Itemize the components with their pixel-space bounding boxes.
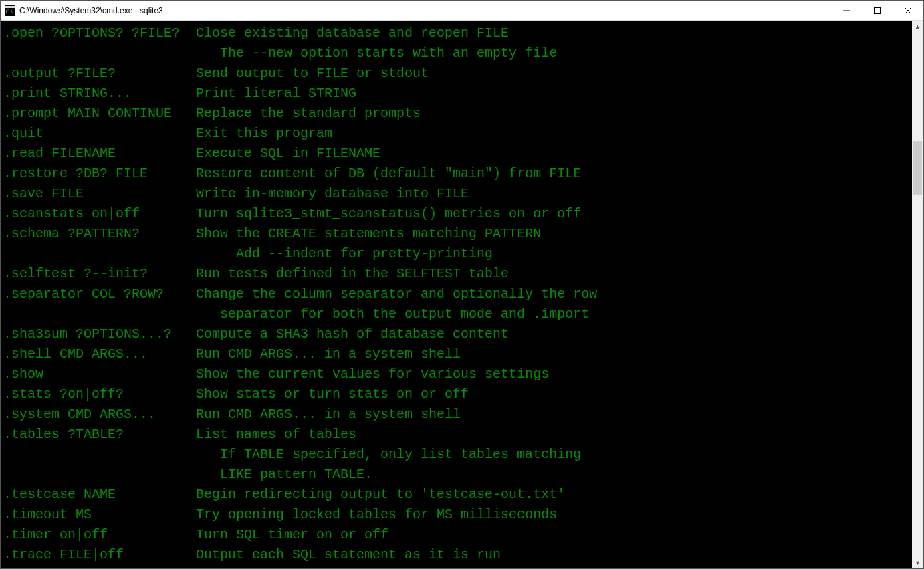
help-description: Begin redirecting output to 'testcase-ou… bbox=[196, 485, 565, 505]
help-command: .trace FILE|off bbox=[3, 545, 196, 565]
help-line: .tables ?TABLE?List names of tables bbox=[3, 425, 912, 445]
help-description: Turn SQL timer on or off bbox=[196, 525, 388, 545]
help-command: .testcase NAME bbox=[3, 485, 196, 505]
help-description: List names of tables bbox=[196, 425, 356, 445]
window-title: C:\Windows\System32\cmd.exe - sqlite3 bbox=[19, 6, 831, 15]
help-line: .separator COL ?ROW?Change the column se… bbox=[3, 284, 912, 304]
help-line: .output ?FILE?Send output to FILE or std… bbox=[3, 64, 912, 84]
help-description: Show stats or turn stats on or off bbox=[196, 384, 469, 405]
help-description: Write in-memory database into FILE bbox=[196, 184, 469, 204]
help-line: .save FILEWrite in-memory database into … bbox=[3, 184, 912, 204]
close-button[interactable] bbox=[893, 1, 923, 20]
help-command: .save FILE bbox=[3, 184, 196, 204]
help-command: .system CMD ARGS... bbox=[3, 405, 196, 425]
help-line: .prompt MAIN CONTINUEReplace the standar… bbox=[3, 104, 912, 124]
help-description: Output each SQL statement as it is run bbox=[196, 545, 501, 565]
help-line: .sha3sum ?OPTIONS...?Compute a SHA3 hash… bbox=[3, 324, 912, 344]
help-description: Close existing database and reopen FILE bbox=[196, 23, 509, 43]
help-command: .restore ?DB? FILE bbox=[3, 164, 196, 184]
help-line: .scanstats on|offTurn sqlite3_stmt_scans… bbox=[3, 204, 912, 224]
help-description: Compute a SHA3 hash of database content bbox=[196, 324, 509, 344]
help-description: Change the column separator and optional… bbox=[196, 284, 597, 304]
help-line: .stats ?on|off?Show stats or turn stats … bbox=[3, 384, 912, 405]
help-command: .scanstats on|off bbox=[3, 204, 196, 224]
help-command: .stats ?on|off? bbox=[3, 384, 196, 405]
help-description: Show the CREATE statements matching PATT… bbox=[196, 224, 541, 244]
vertical-scrollbar[interactable]: ▲ ▼ bbox=[912, 21, 923, 568]
help-command: .separator COL ?ROW? bbox=[3, 284, 196, 304]
help-line: .open ?OPTIONS? ?FILE?Close existing dat… bbox=[3, 23, 912, 43]
help-command: .open ?OPTIONS? ?FILE? bbox=[3, 23, 196, 43]
help-line: .showShow the current values for various… bbox=[3, 364, 912, 384]
help-command: .timeout MS bbox=[3, 505, 196, 525]
help-command: .show bbox=[3, 364, 196, 384]
window-titlebar: C:\ C:\Windows\System32\cmd.exe - sqlite… bbox=[1, 1, 923, 21]
help-command: .schema ?PATTERN? bbox=[3, 224, 196, 244]
maximize-button[interactable] bbox=[862, 1, 893, 20]
help-description: Exit this program bbox=[196, 124, 332, 144]
help-description: Restore content of DB (default "main") f… bbox=[196, 164, 581, 184]
help-line: .quitExit this program bbox=[3, 124, 912, 144]
help-description: Turn sqlite3_stmt_scanstatus() metrics o… bbox=[196, 204, 581, 224]
help-description: Execute SQL in FILENAME bbox=[196, 144, 380, 164]
help-description: Print literal STRING bbox=[196, 84, 356, 104]
help-line: .restore ?DB? FILERestore content of DB … bbox=[3, 164, 912, 184]
help-line: .schema ?PATTERN?Show the CREATE stateme… bbox=[3, 224, 912, 244]
terminal-output[interactable]: .open ?OPTIONS? ?FILE?Close existing dat… bbox=[1, 21, 912, 568]
scroll-thumb[interactable] bbox=[913, 141, 922, 195]
help-description: Run tests defined in the SELFTEST table bbox=[196, 264, 509, 284]
help-description: Send output to FILE or stdout bbox=[196, 64, 429, 84]
svg-rect-4 bbox=[875, 7, 881, 13]
help-line: .timeout MSTry opening locked tables for… bbox=[3, 505, 912, 525]
scroll-up-arrow[interactable]: ▲ bbox=[912, 21, 923, 32]
help-line: .print STRING...Print literal STRING bbox=[3, 84, 912, 104]
help-command: .tables ?TABLE? bbox=[3, 425, 196, 445]
help-command: .prompt MAIN CONTINUE bbox=[3, 104, 196, 124]
minimize-button[interactable] bbox=[831, 1, 862, 20]
help-line: .timer on|offTurn SQL timer on or off bbox=[3, 525, 912, 545]
help-command: .sha3sum ?OPTIONS...? bbox=[3, 324, 196, 344]
help-description-continuation: LIKE pattern TABLE. bbox=[3, 465, 912, 485]
help-description: Run CMD ARGS... in a system shell bbox=[196, 344, 461, 364]
help-description-continuation: The --new option starts with an empty fi… bbox=[3, 43, 912, 64]
help-command: .timer on|off bbox=[3, 525, 196, 545]
help-line: .testcase NAMEBegin redirecting output t… bbox=[3, 485, 912, 505]
help-line: .shell CMD ARGS...Run CMD ARGS... in a s… bbox=[3, 344, 912, 364]
help-description-continuation: Add --indent for pretty-printing bbox=[3, 244, 912, 264]
help-description-continuation: separator for both the output mode and .… bbox=[3, 304, 912, 324]
help-line: .selftest ?--init?Run tests defined in t… bbox=[3, 264, 912, 284]
help-description: Show the current values for various sett… bbox=[196, 364, 549, 384]
help-command: .output ?FILE? bbox=[3, 64, 196, 84]
svg-text:C:\: C:\ bbox=[6, 9, 13, 15]
help-line: .read FILENAMEExecute SQL in FILENAME bbox=[3, 144, 912, 164]
help-description: Run CMD ARGS... in a system shell bbox=[196, 405, 461, 425]
help-line: .system CMD ARGS...Run CMD ARGS... in a … bbox=[3, 405, 912, 425]
help-command: .quit bbox=[3, 124, 196, 144]
window-controls bbox=[831, 1, 923, 20]
help-command: .shell CMD ARGS... bbox=[3, 344, 196, 364]
terminal-area: .open ?OPTIONS? ?FILE?Close existing dat… bbox=[1, 21, 923, 568]
help-description: Try opening locked tables for MS millise… bbox=[196, 505, 557, 525]
help-command: .read FILENAME bbox=[3, 144, 196, 164]
help-line: .trace FILE|offOutput each SQL statement… bbox=[3, 545, 912, 565]
help-description-continuation: If TABLE specified, only list tables mat… bbox=[3, 445, 912, 465]
scroll-down-arrow[interactable]: ▼ bbox=[912, 557, 923, 568]
help-command: .print STRING... bbox=[3, 84, 196, 104]
help-description: Replace the standard prompts bbox=[196, 104, 421, 124]
cmd-icon: C:\ bbox=[5, 5, 15, 16]
help-command: .selftest ?--init? bbox=[3, 264, 196, 284]
svg-rect-1 bbox=[5, 6, 15, 8]
